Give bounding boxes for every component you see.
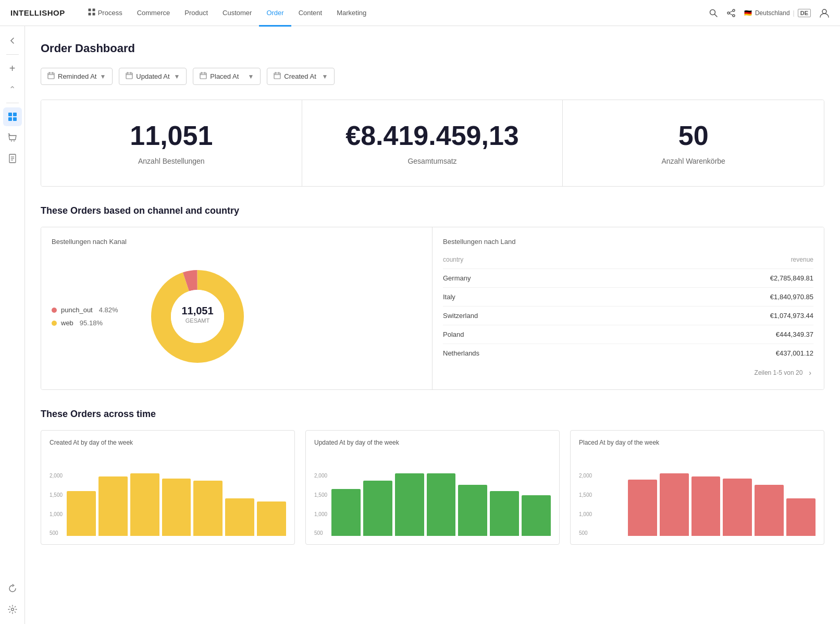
- bar-1-1: [363, 481, 392, 536]
- time-charts-row: Created At by day of the week 2,0001,500…: [41, 430, 824, 545]
- svg-rect-35: [274, 73, 280, 79]
- sidebar-top: + ⌃: [3, 31, 22, 168]
- country-panel-title: Bestellungen nach Land: [443, 238, 813, 246]
- bar-0-1: [98, 476, 128, 536]
- created-at-chevron: ▼: [322, 73, 328, 80]
- add-button[interactable]: +: [3, 59, 22, 78]
- updated-at-chevron: ▼: [174, 73, 180, 80]
- svg-rect-13: [13, 113, 17, 116]
- sidebar-divider-1: [6, 54, 19, 55]
- table-row: Switzerland€1,074,973.44: [443, 307, 813, 325]
- country-cell: Germany: [443, 269, 612, 288]
- revenue-cell: €437,001.12: [612, 344, 813, 363]
- expand-button[interactable]: ⌃: [3, 80, 22, 99]
- donut-chart-svg: 11,051 GESAMT: [145, 264, 250, 369]
- bar-chart-panel-2: Placed At by day of the week 2,0001,5001…: [570, 430, 824, 545]
- donut-chart-panel: Bestellungen nach Kanal punch_out 4.82% …: [41, 227, 433, 389]
- time-section: These Orders across time Created At by d…: [41, 409, 824, 545]
- language-separator: |: [793, 9, 795, 17]
- nav-process[interactable]: Process: [81, 1, 130, 27]
- table-row: Poland€444,349.37: [443, 325, 813, 344]
- svg-line-9: [730, 11, 733, 13]
- top-nav: INTELLISHOP Process Commerce Product Cus…: [0, 0, 840, 26]
- svg-point-16: [11, 141, 12, 142]
- bars-container-0: [67, 473, 286, 536]
- svg-rect-0: [88, 8, 91, 11]
- bar-2-1: [628, 480, 657, 536]
- svg-point-22: [11, 608, 14, 611]
- reminded-at-filter[interactable]: Reminded At ▼: [41, 68, 113, 85]
- donut-legend: punch_out 4.82% web 95.18%: [52, 306, 125, 327]
- svg-rect-3: [92, 13, 95, 15]
- nav-content[interactable]: Content: [291, 1, 330, 27]
- updated-at-filter[interactable]: Updated At ▼: [119, 68, 187, 85]
- svg-text:11,051: 11,051: [181, 305, 213, 316]
- svg-line-5: [714, 14, 717, 17]
- web-pct: 95.18%: [80, 319, 103, 327]
- revenue-cell: €1,074,973.44: [612, 307, 813, 325]
- collapse-sidebar-button[interactable]: [3, 31, 22, 50]
- bars-container-1: [331, 473, 551, 536]
- placed-at-filter[interactable]: Placed At ▼: [193, 68, 261, 85]
- language-flag: 🇩🇪: [744, 9, 752, 17]
- user-button[interactable]: [819, 8, 830, 18]
- y-label: 2,000: [579, 473, 592, 479]
- svg-point-11: [822, 9, 826, 14]
- bar-1-3: [427, 473, 456, 536]
- bar-0-5: [225, 498, 254, 536]
- y-label: 1,500: [579, 493, 592, 498]
- placed-at-label: Placed At: [210, 72, 239, 80]
- nav-right: 🇩🇪 Deutschland | DE: [709, 8, 830, 18]
- bar-1-4: [458, 485, 487, 536]
- bar-1-0: [331, 489, 361, 536]
- nav-product[interactable]: Product: [177, 1, 215, 27]
- bar-0-6: [257, 501, 286, 536]
- svg-line-10: [730, 14, 733, 15]
- language-selector[interactable]: 🇩🇪 Deutschland | DE: [744, 9, 811, 17]
- share-button[interactable]: [726, 8, 736, 18]
- web-label: web: [61, 319, 73, 327]
- svg-rect-15: [13, 117, 17, 121]
- svg-rect-27: [126, 73, 132, 79]
- nav-marketing[interactable]: Marketing: [329, 1, 374, 27]
- sidebar-item-settings[interactable]: [3, 600, 22, 619]
- bar-chart-panel-1: Updated At by day of the week 2,0001,500…: [305, 430, 560, 545]
- table-row: Italy€1,840,970.85: [443, 288, 813, 307]
- nav-commerce[interactable]: Commerce: [130, 1, 178, 27]
- bar-0-2: [130, 473, 159, 536]
- search-button[interactable]: [709, 8, 718, 18]
- bar-2-6: [786, 498, 816, 536]
- sidebar-item-dashboard[interactable]: [3, 107, 22, 126]
- legend-web: web 95.18%: [52, 319, 125, 327]
- table-next-button[interactable]: ›: [807, 368, 813, 378]
- nav-customer[interactable]: Customer: [215, 1, 259, 27]
- created-at-label: Created At: [284, 72, 316, 80]
- y-label: 1,000: [314, 512, 327, 517]
- kpi-row: 11,051 Anzahl Bestellungen €8.419.459,13…: [41, 100, 824, 187]
- bars-container-2: [596, 473, 816, 536]
- bar-1-6: [522, 495, 551, 536]
- main-content: Order Dashboard Reminded At ▼ Updated At…: [25, 26, 840, 624]
- calendar-icon: [47, 72, 55, 81]
- col-country-header: country: [443, 254, 612, 269]
- donut-container: punch_out 4.82% web 95.18%: [52, 254, 422, 379]
- sidebar-item-shop[interactable]: [3, 128, 22, 147]
- calendar-icon-3: [200, 72, 207, 81]
- pagination-text: Zeilen 1-5 von 20: [755, 369, 803, 376]
- created-at-filter[interactable]: Created At ▼: [267, 68, 335, 85]
- language-name: Deutschland: [755, 9, 790, 17]
- kpi-revenue: €8.419.459,13 Gesamtumsatz: [302, 100, 563, 186]
- svg-rect-14: [8, 117, 12, 121]
- bar-2-2: [660, 473, 689, 536]
- bar-2-5: [755, 485, 784, 536]
- svg-point-6: [733, 9, 735, 11]
- country-cell: Poland: [443, 325, 612, 344]
- sidebar-item-orders[interactable]: [3, 149, 22, 168]
- svg-rect-1: [92, 8, 95, 11]
- svg-rect-12: [8, 113, 12, 116]
- sidebar-item-refresh[interactable]: [3, 579, 22, 598]
- calendar-icon-4: [274, 72, 281, 81]
- nav-order[interactable]: Order: [259, 1, 291, 27]
- carts-value: 50: [578, 121, 808, 151]
- channel-charts-row: Bestellungen nach Kanal punch_out 4.82% …: [41, 227, 824, 390]
